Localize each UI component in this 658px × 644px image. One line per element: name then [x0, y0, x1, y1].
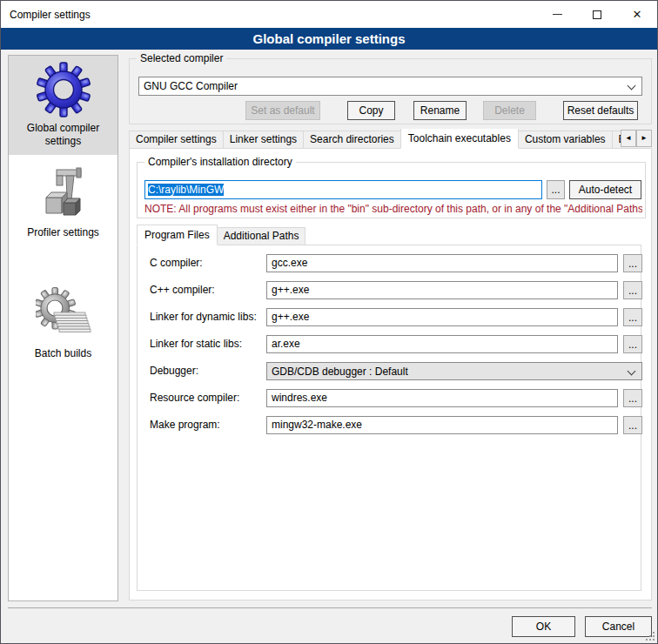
field-label: Linker for dynamic libs:	[150, 308, 257, 326]
field-label: Make program:	[150, 416, 220, 434]
group-label: Selected compiler	[137, 52, 226, 64]
window-title: Compiler settings	[10, 9, 91, 21]
resource-compiler-input[interactable]: windres.exe	[266, 389, 618, 407]
sidebar-item-label: Batch builds	[11, 347, 115, 360]
browse-make-program-button[interactable]: ...	[623, 416, 642, 434]
browse-c-compiler-button[interactable]: ...	[623, 254, 642, 272]
batch-builds-icon	[36, 287, 91, 343]
sidebar-item-label: Global compiler settings	[11, 122, 115, 148]
page-title: Global compiler settings	[1, 28, 657, 50]
files-tab-strip: Program Files Additional Paths	[137, 226, 305, 245]
cpp-compiler-input[interactable]: g++.exe	[266, 281, 618, 299]
tab-linker-settings[interactable]: Linker settings	[223, 131, 304, 149]
browse-resource-compiler-button[interactable]: ...	[623, 389, 642, 407]
field-label: Resource compiler:	[150, 389, 239, 407]
sidebar-item-global-compiler-settings[interactable]: Global compiler settings	[9, 56, 118, 155]
field-label: Linker for static libs:	[150, 335, 242, 353]
settings-sidebar: Global compiler settings Profiler settin…	[8, 55, 118, 601]
resize-grip[interactable]	[646, 632, 655, 641]
reset-defaults-button[interactable]: Reset defaults	[563, 101, 638, 120]
tab-toolchain-executables[interactable]: Toolchain executables	[400, 129, 519, 149]
minimize-icon	[553, 14, 562, 15]
delete-button[interactable]: Delete	[483, 101, 536, 120]
browse-static-linker-button[interactable]: ...	[623, 335, 642, 353]
main-tab-strip: Compiler settings Linker settings Search…	[129, 129, 621, 149]
c-compiler-input[interactable]: gcc.exe	[266, 254, 618, 272]
installation-directory-input[interactable]: C:\raylib\MinGW	[144, 180, 542, 199]
sidebar-item-profiler-settings[interactable]: Profiler settings	[9, 160, 118, 246]
group-label: Compiler's installation directory	[144, 156, 296, 168]
field-row-static-linker: Linker for static libs: ar.exe ...	[138, 335, 641, 354]
tab-custom-variables[interactable]: Custom variables	[518, 131, 613, 149]
minimize-button[interactable]	[537, 1, 577, 28]
chevron-down-icon	[628, 367, 636, 376]
cancel-button[interactable]: Cancel	[585, 616, 652, 637]
static-linker-input[interactable]: ar.exe	[266, 335, 618, 353]
field-row-make-program: Make program: mingw32-make.exe ...	[138, 416, 641, 435]
close-button[interactable]: ✕	[617, 1, 657, 28]
tab-scroll-right-button[interactable]: ►	[636, 130, 652, 147]
compiler-select-value: GNU GCC Compiler	[144, 80, 238, 92]
field-label: C compiler:	[150, 254, 203, 272]
field-row-dynamic-linker: Linker for dynamic libs: g++.exe ...	[138, 308, 641, 327]
compiler-settings-dialog: Compiler settings ✕ Global compiler sett…	[0, 0, 658, 644]
tab-program-files[interactable]: Program Files	[137, 225, 218, 245]
dynamic-linker-input[interactable]: g++.exe	[266, 308, 618, 326]
field-label: C++ compiler:	[150, 281, 215, 299]
browse-directory-button[interactable]: ...	[547, 180, 565, 199]
field-row-debugger: Debugger: GDB/CDB debugger : Default	[138, 362, 641, 381]
debugger-select[interactable]: GDB/CDB debugger : Default	[266, 362, 642, 380]
profiler-caliper-icon	[36, 166, 91, 222]
footer-divider	[8, 607, 652, 608]
field-row-resource-compiler: Resource compiler: windres.exe ...	[138, 389, 641, 408]
debugger-select-value: GDB/CDB debugger : Default	[272, 366, 408, 378]
maximize-button[interactable]	[577, 1, 617, 28]
browse-cpp-compiler-button[interactable]: ...	[623, 281, 642, 299]
installation-directory-group: Compiler's installation directory C:\ray…	[137, 162, 646, 218]
program-files-page: C compiler: gcc.exe ... C++ compiler: g+…	[137, 245, 641, 591]
tab-search-directories[interactable]: Search directories	[303, 131, 401, 149]
rename-button[interactable]: Rename	[413, 101, 467, 120]
field-label: Debugger:	[150, 362, 198, 380]
compiler-select[interactable]: GNU GCC Compiler	[138, 77, 642, 96]
tab-compiler-settings[interactable]: Compiler settings	[129, 131, 224, 149]
tab-scroll-left-button[interactable]: ◄	[621, 130, 636, 147]
auto-detect-button[interactable]: Auto-detect	[569, 180, 641, 199]
caption-buttons: ✕	[537, 1, 657, 28]
sidebar-item-batch-builds[interactable]: Batch builds	[9, 281, 118, 367]
maximize-icon	[593, 10, 601, 19]
close-icon: ✕	[633, 9, 642, 20]
field-row-c-compiler: C compiler: gcc.exe ...	[138, 254, 641, 273]
toolchain-executables-panel: Compiler's installation directory C:\ray…	[129, 148, 652, 600]
field-row-cpp-compiler: C++ compiler: g++.exe ...	[138, 281, 641, 300]
set-as-default-button[interactable]: Set as default	[245, 101, 320, 120]
tab-additional-paths[interactable]: Additional Paths	[217, 227, 306, 245]
selected-compiler-group: Selected compiler GNU GCC Compiler Set a…	[129, 58, 652, 124]
make-program-input[interactable]: mingw32-make.exe	[266, 416, 618, 434]
ok-button[interactable]: OK	[512, 616, 575, 637]
selected-text: C:\raylib\MinGW	[148, 184, 224, 196]
tab-scroll-left-icon: ◄	[625, 134, 632, 142]
browse-dynamic-linker-button[interactable]: ...	[623, 308, 642, 326]
tab-scroll-right-icon: ►	[641, 134, 648, 142]
blue-gear-icon	[36, 62, 91, 117]
copy-button[interactable]: Copy	[347, 101, 395, 120]
note-text: NOTE: All programs must exist either in …	[144, 203, 642, 215]
title-bar: Compiler settings ✕	[1, 1, 657, 28]
chevron-down-icon	[628, 82, 636, 91]
sidebar-item-label: Profiler settings	[11, 226, 115, 239]
